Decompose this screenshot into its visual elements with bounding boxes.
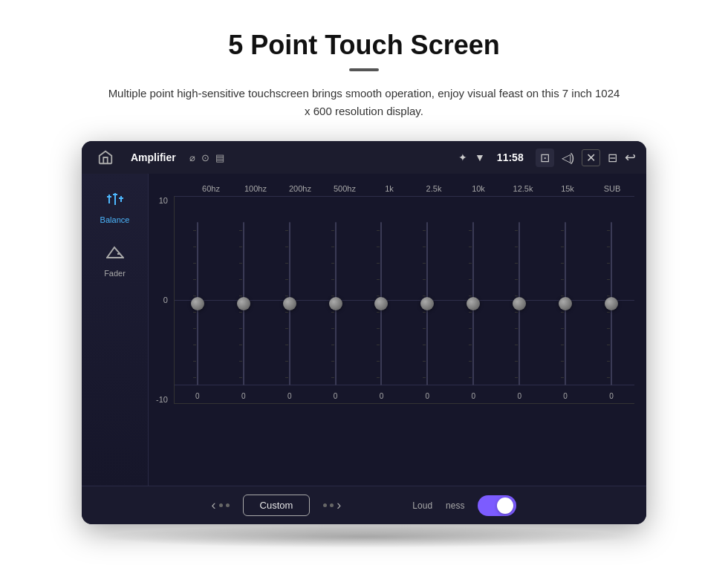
- slider-track-100hz: [243, 222, 244, 385]
- freq-500hz: 500hz: [322, 184, 367, 193]
- page-title: 5 Point Touch Screen: [228, 30, 499, 61]
- slider-track-15k: [565, 222, 566, 385]
- slider-track-SUB: [611, 222, 612, 385]
- title-divider: [349, 68, 379, 71]
- sidebar-item-fader[interactable]: Fader: [88, 238, 142, 284]
- fader-label: Fader: [104, 269, 126, 278]
- close-icon[interactable]: ✕: [582, 149, 600, 166]
- window-icon[interactable]: ⊟: [608, 151, 617, 165]
- back-icon[interactable]: ↩: [625, 149, 636, 166]
- sidebar: Balance Fader: [82, 174, 149, 486]
- slider-value-100hz: 0: [241, 392, 246, 400]
- nav-dot-1: [219, 503, 223, 507]
- left-chevron-icon: ‹: [212, 497, 216, 513]
- freq-60hz: 60hz: [189, 184, 233, 193]
- custom-button[interactable]: Custom: [243, 495, 311, 516]
- slider-thumb-500hz[interactable]: [329, 297, 342, 310]
- freq-sub: SUB: [590, 184, 634, 193]
- subtitle: Multiple point high-sensitive touchscree…: [104, 85, 624, 120]
- nav-dot-3: [323, 503, 327, 507]
- sliders-grid: 0000000000: [174, 196, 634, 404]
- freq-200hz: 200hz: [278, 184, 322, 193]
- slider-track-1k: [380, 222, 382, 385]
- slider-value-SUB: 0: [609, 392, 614, 400]
- sidebar-item-balance[interactable]: Balance: [88, 184, 142, 230]
- slider-track-2.5k: [426, 222, 428, 385]
- slider-value-10k: 0: [472, 392, 476, 400]
- y-label-neg10: -10: [156, 395, 168, 404]
- wifi-icon: ▼: [475, 151, 485, 163]
- status-icons: ⌀ ⊙ ▤: [189, 152, 224, 163]
- bluetooth-icon: ✦: [458, 151, 467, 163]
- freq-10k: 10k: [456, 184, 501, 193]
- balance-icon: [106, 190, 124, 212]
- slider-thumb-1k[interactable]: [374, 297, 388, 310]
- freq-15k: 15k: [545, 184, 590, 193]
- slider-thumb-60hz[interactable]: [191, 297, 204, 310]
- slider-value-1k: 0: [380, 392, 384, 400]
- media-icon: ▤: [215, 152, 224, 163]
- balance-label: Balance: [100, 215, 130, 224]
- slider-thumb-15k[interactable]: [559, 297, 572, 310]
- slider-value-60hz: 0: [195, 392, 200, 400]
- usb-icon: ⌀: [189, 152, 195, 163]
- slider-track-500hz: [335, 222, 337, 385]
- loudness-label: Loud: [412, 500, 432, 511]
- y-label-10: 10: [159, 196, 168, 205]
- bottom-bar: ‹ Custom › Loud ness: [82, 486, 646, 524]
- slider-track-12.5k: [519, 222, 520, 385]
- freq-2-5k: 2.5k: [412, 184, 456, 193]
- nav-dot-2: [226, 503, 230, 507]
- freq-12-5k: 12.5k: [501, 184, 545, 193]
- slider-thumb-12.5k[interactable]: [513, 297, 526, 310]
- slider-value-500hz: 0: [334, 392, 338, 400]
- slider-value-12.5k: 0: [517, 392, 521, 400]
- slider-col-100hz[interactable]: 0: [221, 196, 267, 403]
- freq-1k: 1k: [367, 184, 412, 193]
- slider-value-15k: 0: [563, 392, 568, 400]
- slider-track-200hz: [289, 222, 290, 385]
- eq-area: 60hz 100hz 200hz 500hz 1k 2.5k 10k 12.5k…: [149, 174, 646, 486]
- volume-icon[interactable]: ◁): [562, 151, 574, 165]
- loudness-toggle[interactable]: [478, 495, 516, 516]
- slider-thumb-200hz[interactable]: [283, 297, 296, 310]
- prev-arrow[interactable]: ‹: [212, 497, 230, 513]
- slider-col-2.5k[interactable]: 0: [404, 196, 450, 403]
- slider-col-60hz[interactable]: 0: [175, 196, 221, 403]
- slider-value-2.5k: 0: [426, 392, 430, 400]
- home-icon[interactable]: [92, 144, 119, 171]
- slider-col-12.5k[interactable]: 0: [496, 196, 542, 403]
- status-bar: Amplifier ⌀ ⊙ ▤ ✦ ▼ 11:58 ⊡ ◁) ✕ ⊟ ↩: [82, 141, 646, 174]
- freq-100hz: 100hz: [233, 184, 278, 193]
- device-shadow: [97, 526, 631, 548]
- right-chevron-icon: ›: [337, 497, 341, 513]
- freq-labels: 60hz 100hz 200hz 500hz 1k 2.5k 10k 12.5k…: [189, 184, 634, 193]
- ness-label: ness: [446, 500, 464, 511]
- slider-col-500hz[interactable]: 0: [313, 196, 359, 403]
- nav-dot-4: [330, 503, 334, 507]
- fader-icon: [106, 244, 124, 266]
- slider-track-10k: [472, 222, 474, 385]
- toggle-knob: [497, 497, 513, 514]
- slider-col-15k[interactable]: 0: [542, 196, 588, 403]
- status-time: 11:58: [497, 151, 524, 163]
- y-axis: 10 0 -10: [156, 196, 174, 404]
- next-arrow[interactable]: ›: [323, 497, 341, 513]
- slider-col-200hz[interactable]: 0: [267, 196, 313, 403]
- gps-icon: ⊙: [201, 152, 209, 163]
- slider-thumb-100hz[interactable]: [237, 297, 250, 310]
- slider-col-SUB[interactable]: 0: [588, 196, 634, 403]
- slider-col-10k[interactable]: 0: [450, 196, 496, 403]
- slider-track-60hz: [197, 222, 198, 385]
- main-area: Balance Fader 60hz 100hz 200hz 500hz: [82, 174, 646, 486]
- slider-thumb-10k[interactable]: [467, 297, 480, 310]
- slider-col-1k[interactable]: 0: [359, 196, 405, 403]
- device-frame: Amplifier ⌀ ⊙ ▤ ✦ ▼ 11:58 ⊡ ◁) ✕ ⊟ ↩: [82, 141, 646, 524]
- svg-marker-6: [107, 247, 123, 258]
- sliders-wrapper: 10 0 -10 0000000000: [156, 196, 634, 486]
- y-label-0: 0: [163, 296, 168, 304]
- slider-value-200hz: 0: [287, 392, 292, 400]
- slider-thumb-SUB[interactable]: [605, 297, 618, 310]
- camera-icon[interactable]: ⊡: [536, 149, 554, 167]
- slider-thumb-2.5k[interactable]: [420, 297, 434, 310]
